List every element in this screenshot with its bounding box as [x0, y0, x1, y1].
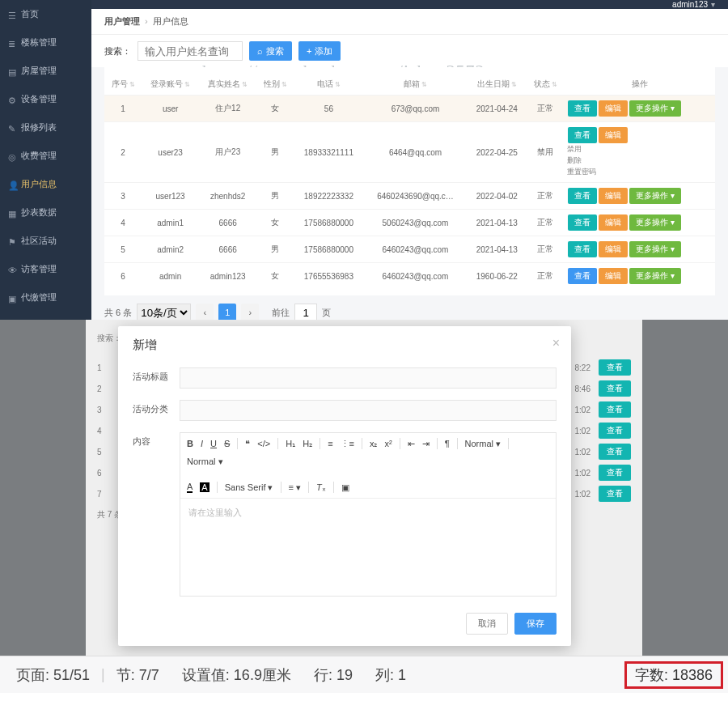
font-select[interactable]: Sans Serif ▾: [225, 482, 273, 493]
h1-icon[interactable]: H₁: [286, 439, 295, 449]
table-row: 4admin16666女175868800005060243@qq.com202…: [104, 210, 715, 236]
h2-icon[interactable]: H₂: [303, 439, 312, 449]
more-button[interactable]: 更多操作 ▾: [629, 241, 681, 257]
save-button[interactable]: 保存: [514, 613, 557, 635]
more-item[interactable]: 删除: [567, 155, 712, 166]
bg-view-button[interactable]: 查看: [599, 423, 631, 439]
search-button[interactable]: ⌕搜索: [249, 41, 292, 61]
more-button[interactable]: 更多操作 ▾: [629, 100, 681, 117]
sidebar-item-pay[interactable]: ▣代缴管理: [0, 283, 91, 312]
sidebar-item-community[interactable]: ⚑社区活动: [0, 227, 91, 255]
modal-footer: 取消 保存: [133, 613, 557, 635]
more-item[interactable]: 重置密码: [567, 166, 712, 177]
sidebar-item-device[interactable]: ⚙设备管理: [0, 85, 91, 113]
indent-in-icon[interactable]: ⇥: [422, 439, 430, 449]
edit-button[interactable]: 编辑: [599, 188, 628, 204]
pager-prev[interactable]: ‹: [196, 304, 214, 321]
bg-view-button[interactable]: 查看: [599, 380, 631, 397]
col-st[interactable]: 状态⇅: [527, 74, 564, 96]
col-dob[interactable]: 出生日期⇅: [467, 74, 527, 96]
crumb-root[interactable]: 用户管理: [104, 16, 140, 26]
pager-next[interactable]: ›: [241, 304, 259, 321]
view-button[interactable]: 查看: [568, 188, 597, 204]
edit-button[interactable]: 编辑: [599, 127, 628, 143]
label-title: 活动标题: [133, 367, 180, 383]
page-size-select[interactable]: 10条/页: [137, 304, 191, 321]
view-button[interactable]: 查看: [568, 214, 597, 231]
sidebar-item-label: 房屋管理: [21, 65, 57, 77]
color-icon[interactable]: A: [187, 482, 193, 493]
view-button[interactable]: 查看: [568, 100, 597, 117]
pager-unit: 页: [322, 307, 331, 319]
align-icon[interactable]: ≡ ▾: [289, 482, 301, 493]
sidebar-item-fee[interactable]: ◎收费管理: [0, 142, 91, 170]
col-sex[interactable]: 性别⇅: [256, 74, 294, 96]
edit-button[interactable]: 编辑: [599, 214, 628, 231]
italic-icon[interactable]: I: [201, 439, 203, 448]
clear-icon[interactable]: Tₓ: [316, 482, 326, 493]
pager-page-1[interactable]: 1: [218, 304, 236, 321]
search-input[interactable]: [138, 41, 243, 61]
current-user[interactable]: admin123: [672, 0, 708, 9]
cancel-button[interactable]: 取消: [466, 613, 508, 635]
image-icon[interactable]: ▣: [341, 482, 349, 493]
bgcolor-icon[interactable]: A: [200, 482, 209, 492]
field-title: 活动标题: [133, 367, 557, 389]
sidebar-item-visitor[interactable]: 👁访客管理: [0, 255, 91, 283]
direction-icon[interactable]: ¶: [445, 439, 450, 448]
table-row: 1user住户12女56673@qq.com2021-04-24正常查看编辑更多…: [104, 96, 715, 122]
bg-view-button[interactable]: 查看: [599, 465, 631, 481]
search-row: 搜索： ⌕搜索 +添加: [91, 35, 728, 67]
breadcrumb: 用户管理›用户信息: [91, 9, 728, 35]
indent-out-icon[interactable]: ⇤: [408, 439, 415, 449]
eye-icon: 👁: [8, 265, 16, 274]
sidebar: ☰首页 ≣楼栋管理 ▤房屋管理 ⚙设备管理 ✎报修列表 ◎收费管理 👤用户信息 …: [0, 0, 91, 320]
more-item[interactable]: 禁用: [567, 143, 712, 155]
col-name[interactable]: 真实姓名⇅: [199, 74, 256, 96]
more-button[interactable]: 更多操作 ▾: [629, 268, 681, 284]
bold-icon[interactable]: B: [187, 439, 193, 448]
input-cat[interactable]: [180, 400, 557, 421]
close-icon[interactable]: ×: [552, 336, 560, 350]
view-button[interactable]: 查看: [568, 127, 597, 143]
view-button[interactable]: 查看: [568, 241, 597, 257]
editor-body[interactable]: 请在这里输入: [180, 499, 556, 596]
edit-button[interactable]: 编辑: [599, 241, 628, 257]
list-ol-icon[interactable]: ≡: [328, 439, 332, 448]
sidebar-item-meter[interactable]: ▦抄表数据: [0, 198, 91, 227]
sidebar-item-house[interactable]: ▤房屋管理: [0, 57, 91, 85]
bg-view-button[interactable]: 查看: [599, 359, 631, 376]
col-n[interactable]: 序号⇅: [104, 74, 142, 96]
list-ul-icon[interactable]: ⋮≡: [341, 439, 354, 449]
col-tel[interactable]: 电话⇅: [294, 74, 363, 96]
sort-icon: ⇅: [281, 81, 287, 88]
bg-view-button[interactable]: 查看: [599, 444, 631, 460]
edit-button[interactable]: 编辑: [599, 100, 628, 117]
sup-icon[interactable]: x²: [384, 439, 392, 448]
col-acc[interactable]: 登录账号⇅: [142, 74, 199, 96]
sidebar-item-user[interactable]: 👤用户信息: [0, 170, 91, 198]
input-title[interactable]: [180, 367, 557, 389]
bg-view-button[interactable]: 查看: [599, 486, 631, 502]
col-mail[interactable]: 邮箱⇅: [364, 74, 468, 96]
sliders-icon: ⚙: [8, 96, 16, 104]
sidebar-item-building[interactable]: ≣楼栋管理: [0, 28, 91, 57]
strike-icon[interactable]: S: [224, 439, 230, 448]
quote-icon[interactable]: ❝: [245, 439, 250, 449]
bg-view-button[interactable]: 查看: [599, 401, 631, 418]
more-button[interactable]: 更多操作 ▾: [629, 188, 681, 204]
size-select[interactable]: Normal ▾: [465, 439, 502, 449]
header-select[interactable]: Normal ▾: [187, 457, 223, 467]
sidebar-item-repair[interactable]: ✎报修列表: [0, 113, 91, 142]
underline-icon[interactable]: U: [210, 439, 217, 448]
edit-button[interactable]: 编辑: [599, 268, 628, 284]
sort-icon: ⇅: [184, 81, 190, 88]
view-button[interactable]: 查看: [568, 268, 597, 284]
sidebar-item-label: 用户信息: [21, 178, 57, 190]
code-icon[interactable]: </>: [257, 439, 270, 448]
sidebar-item-home[interactable]: ☰首页: [0, 0, 91, 28]
add-button[interactable]: +添加: [298, 41, 341, 61]
sub-icon[interactable]: x₂: [370, 439, 378, 449]
more-button[interactable]: 更多操作 ▾: [629, 214, 681, 231]
pager-goto-input[interactable]: [294, 304, 317, 321]
